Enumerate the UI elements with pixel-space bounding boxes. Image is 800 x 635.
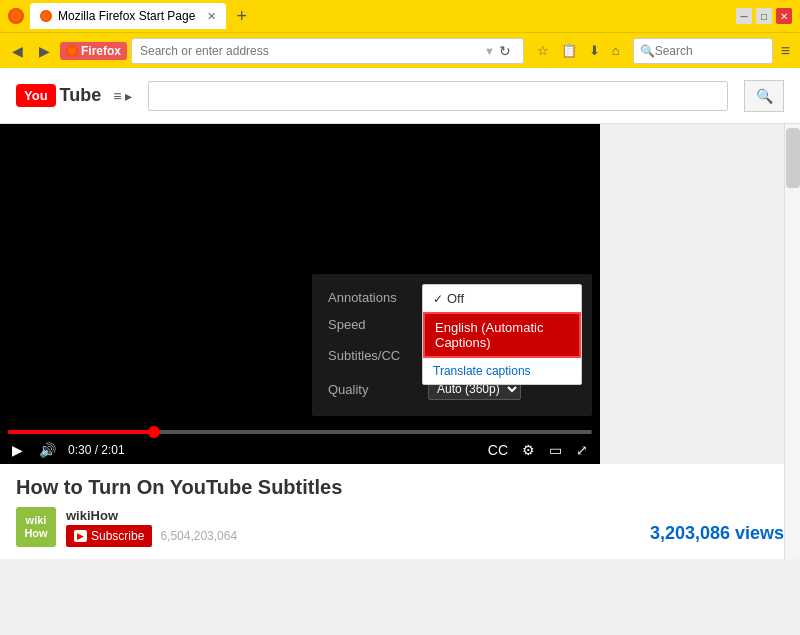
subscribe-label: Subscribe [91,529,144,543]
youtube-logo-text: Tube [60,85,102,106]
views-count: 3,203,086 views [650,523,784,544]
bookmark-icon[interactable]: ☆ [532,40,554,61]
home-icon[interactable]: ⌂ [607,40,625,61]
cc-btn[interactable]: CC [484,440,512,460]
controls-row: ▶ 🔊 0:30 / 2:01 CC ⚙ ▭ ⤢ [8,440,592,460]
fullscreen-btn[interactable]: ⤢ [572,440,592,460]
subscribe-area: ▶ Subscribe 6,504,203,064 [66,525,237,547]
subscriber-count: 6,504,203,064 [160,529,237,543]
tab-close-btn[interactable]: ✕ [207,10,216,23]
back-btn[interactable]: ◀ [6,39,29,63]
youtube-search-input[interactable] [148,81,728,111]
youtube-header: You Tube ≡ ▸ 🔍 [0,68,800,124]
subtitles-label: Subtitles/CC [328,348,428,363]
subscribe-yt-icon: ▶ [74,530,87,542]
hamburger-menu-icon[interactable]: ≡ [777,42,794,60]
time-display: 0:30 / 2:01 [68,443,125,457]
video-player[interactable]: Annotations ✓ Off English (Automatic Cap… [0,124,600,464]
active-tab[interactable]: Mozilla Firefox Start Page ✕ [30,3,226,29]
youtube-menu-icon[interactable]: ≡ ▸ [113,88,132,104]
settings-panel: Annotations ✓ Off English (Automatic Cap… [312,274,592,416]
scrollbar-thumb[interactable] [786,128,800,188]
channel-name: wikiHow [66,508,237,523]
firefox-brand-icon [66,45,78,57]
title-bar: Mozilla Firefox Start Page ✕ + ─ □ ✕ [0,0,800,32]
address-input[interactable] [140,44,480,58]
subscribe-btn[interactable]: ▶ Subscribe [66,525,152,547]
wikihow-logo: wikiHow [16,507,56,547]
wikihow-logo-text: wikiHow [24,514,47,540]
tab-favicon [40,10,52,22]
tab-title: Mozilla Firefox Start Page [58,9,195,23]
refresh-btn[interactable]: ↻ [495,43,515,59]
close-btn[interactable]: ✕ [776,8,792,24]
download-icon[interactable]: ⬇ [584,40,605,61]
new-tab-btn[interactable]: + [236,6,247,27]
annotations-dropdown[interactable]: ✓ Off English (Automatic Captions) Trans… [422,284,582,385]
progress-fill [8,430,154,434]
annotations-row: Annotations ✓ Off English (Automatic Cap… [312,284,592,311]
history-icon[interactable]: 📋 [556,40,582,61]
quality-label: Quality [328,382,428,397]
search-icon: 🔍 [640,44,655,58]
volume-btn[interactable]: 🔊 [35,440,60,460]
content-area: Annotations ✓ Off English (Automatic Cap… [0,124,800,559]
right-controls: CC ⚙ ▭ ⤢ [484,440,592,460]
progress-dot [148,426,160,438]
nav-icons: ☆ 📋 ⬇ ⌂ [532,40,625,61]
progress-bar[interactable] [8,430,592,434]
annotations-label: Annotations [328,290,428,305]
window-controls: ─ □ ✕ [736,8,792,24]
dropdown-english-item[interactable]: English (Automatic Captions) [423,312,581,358]
channel-info: wikiHow ▶ Subscribe 6,504,203,064 [66,508,237,547]
play-btn[interactable]: ▶ [8,440,27,460]
dropdown-translate-item[interactable]: Translate captions [423,358,581,384]
dropdown-english-label: English (Automatic Captions) [435,320,569,350]
firefox-logo-text: Firefox [81,44,121,58]
video-controls: ▶ 🔊 0:30 / 2:01 CC ⚙ ▭ ⤢ [0,426,600,464]
address-bar[interactable]: ▼ ↻ [131,38,524,64]
dropdown-arrow-icon: ▼ [484,45,495,57]
video-title: How to Turn On YouTube Subtitles [16,476,784,499]
speed-label: Speed [328,317,428,332]
settings-gear-btn[interactable]: ⚙ [518,440,539,460]
checkmark-icon: ✓ [433,292,443,306]
youtube-search-btn[interactable]: 🔍 [744,80,784,112]
browser-search-bar[interactable]: 🔍 [633,38,773,64]
dropdown-off-item[interactable]: ✓ Off [423,285,581,312]
firefox-icon [8,8,24,24]
maximize-btn[interactable]: □ [756,8,772,24]
channel-row: wikiHow wikiHow ▶ Subscribe 6,504,203,06… [16,507,784,547]
youtube-logo: You Tube [16,84,101,107]
youtube-logo-icon: You [16,84,56,107]
theater-mode-btn[interactable]: ▭ [545,440,566,460]
nav-bar: ◀ ▶ Firefox ▼ ↻ ☆ 📋 ⬇ ⌂ 🔍 ≡ [0,32,800,68]
dropdown-off-label: Off [447,291,464,306]
firefox-logo: Firefox [60,42,127,60]
minimize-btn[interactable]: ─ [736,8,752,24]
dropdown-translate-label: Translate captions [433,364,531,378]
main-content: Annotations ✓ Off English (Automatic Cap… [0,124,800,559]
scrollbar[interactable] [784,124,800,559]
forward-btn[interactable]: ▶ [33,39,56,63]
video-info-area: How to Turn On YouTube Subtitles wikiHow… [0,464,800,559]
